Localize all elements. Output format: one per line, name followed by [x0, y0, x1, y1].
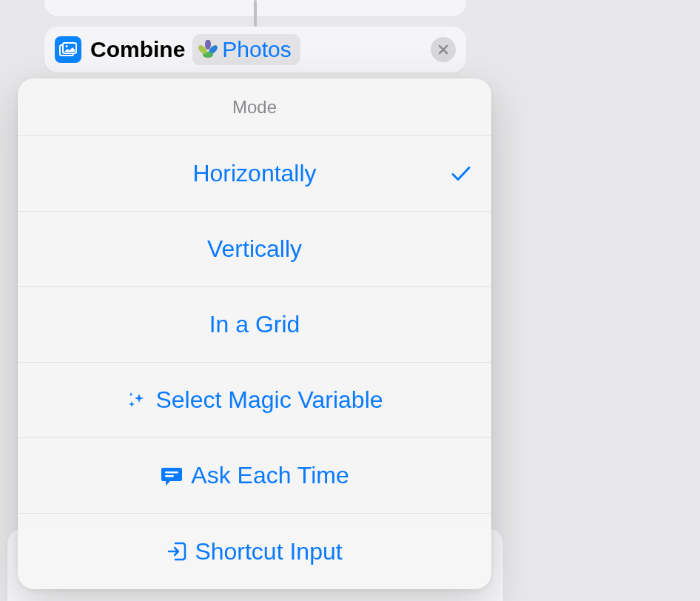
menu-item-ask-each-time[interactable]: Ask Each Time — [18, 438, 491, 514]
menu-item-in-a-grid[interactable]: In a Grid — [18, 287, 491, 363]
input-icon — [166, 540, 187, 563]
menu-item-vertically[interactable]: Vertically — [18, 212, 491, 287]
action-title: Combine — [90, 37, 185, 62]
menu-item-label: Select Magic Variable — [155, 386, 383, 414]
photos-param-pill[interactable]: Photos — [192, 34, 300, 65]
svg-rect-12 — [165, 475, 174, 477]
menu-item-horizontally[interactable]: Horizontally — [18, 136, 491, 212]
sparkles-icon — [126, 389, 148, 412]
mode-menu-popover: Mode Horizontally Vertically In a Grid — [18, 78, 491, 589]
menu-item-label: Vertically — [207, 235, 302, 263]
message-icon — [160, 465, 184, 487]
menu-item-label: In a Grid — [209, 311, 300, 338]
menu-item-label: Ask Each Time — [191, 462, 349, 489]
svg-point-7 — [205, 40, 211, 50]
close-button[interactable] — [431, 37, 456, 62]
workflow-connector — [254, 0, 257, 27]
menu-header: Mode — [18, 78, 491, 136]
svg-point-2 — [66, 45, 68, 47]
menu-item-label: Shortcut Input — [195, 538, 342, 565]
menu-item-select-magic-variable[interactable]: Select Magic Variable — [18, 363, 491, 438]
menu-item-shortcut-input[interactable]: Shortcut Input — [18, 514, 491, 589]
photos-app-icon — [198, 40, 218, 59]
combine-action-card[interactable]: Combine Photos — [44, 27, 466, 73]
checkmark-icon — [451, 160, 471, 187]
images-icon — [55, 36, 81, 63]
svg-rect-11 — [165, 471, 178, 474]
photos-param-label: Photos — [222, 37, 291, 62]
menu-item-label: Horizontally — [192, 160, 316, 187]
